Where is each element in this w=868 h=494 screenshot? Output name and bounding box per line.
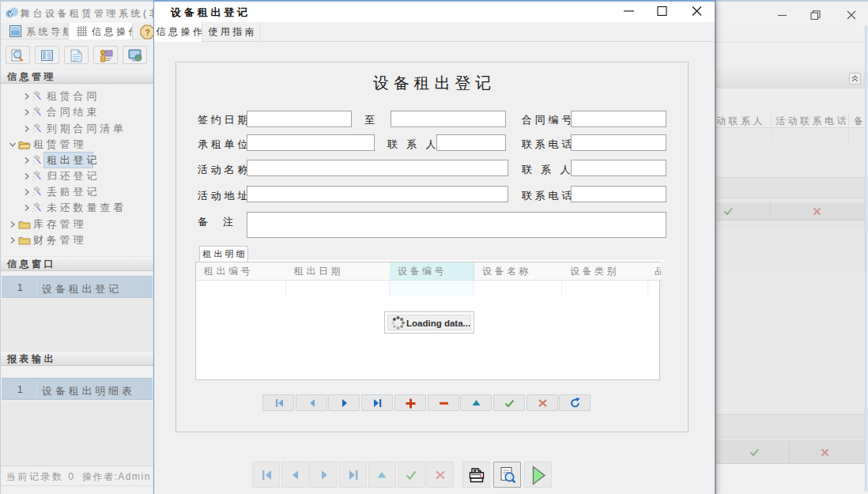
- svg-text:?: ?: [145, 28, 149, 37]
